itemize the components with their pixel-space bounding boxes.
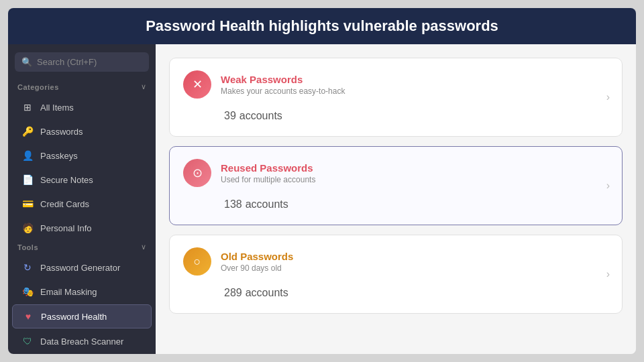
reused-passwords-icon: ⊙ (183, 159, 211, 187)
card-top-reused: ⊙ Reused Passwords Used for multiple acc… (183, 159, 608, 187)
reused-passwords-card[interactable]: ⊙ Reused Passwords Used for multiple acc… (169, 146, 623, 225)
title-text: Password Health highlights vulnerable pa… (146, 17, 498, 34)
reused-passwords-text: Reused Passwords Used for multiple accou… (221, 162, 315, 184)
weak-passwords-icon: ✕ (183, 70, 211, 99)
categories-chevron-icon: ∨ (141, 82, 146, 91)
sidebar-item-personal-info[interactable]: 🧑 Personal Info (12, 217, 152, 239)
tools-section-header: Tools ∨ (8, 240, 156, 255)
old-passwords-title: Old Passwords (221, 251, 293, 262)
title-bar: Password Health highlights vulnerable pa… (8, 8, 636, 44)
sidebar-item-label: All Items (40, 103, 74, 113)
sidebar-item-password-health[interactable]: ♥ Password Health (12, 304, 152, 328)
sidebar-item-secure-notes[interactable]: 📄 Secure Notes (12, 168, 152, 191)
categories-section-header: Categories ∨ (8, 80, 156, 95)
old-passwords-count: 289accounts (183, 280, 608, 301)
card-top-weak: ✕ Weak Passwords Makes your accounts eas… (183, 70, 608, 99)
card-top-old: ○ Old Passwords Over 90 days old (183, 247, 608, 276)
chevron-right-icon: › (606, 268, 610, 280)
outer-wrapper: Password Health highlights vulnerable pa… (0, 0, 644, 362)
person-icon: 🧑 (21, 222, 34, 234)
old-passwords-subtitle: Over 90 days old (221, 263, 293, 273)
tools-label: Tools (17, 243, 38, 251)
weak-passwords-count-label: accounts (239, 110, 282, 121)
fingerprint-icon: 👤 (21, 149, 34, 162)
old-passwords-icon: ○ (183, 247, 211, 276)
sidebar-item-password-generator[interactable]: ↻ Password Generator (12, 256, 152, 279)
card-icon: 💳 (21, 198, 34, 210)
sidebar: 🔍 Categories ∨ ⊞ All Items 🔑 Passwords 👤… (8, 44, 156, 354)
sidebar-item-label: Password Generator (40, 263, 120, 273)
sidebar-item-label: Data Breach Scanner (40, 337, 123, 347)
sidebar-item-passwords[interactable]: 🔑 Passwords (12, 120, 152, 143)
key-icon: 🔑 (21, 125, 34, 137)
sidebar-item-data-breach-scanner[interactable]: 🛡 Data Breach Scanner (12, 330, 152, 353)
sidebar-item-all-items[interactable]: ⊞ All Items (12, 96, 152, 119)
search-bar[interactable]: 🔍 (15, 52, 149, 72)
weak-passwords-card[interactable]: ✕ Weak Passwords Makes your accounts eas… (169, 58, 623, 137)
main-content: ✕ Weak Passwords Makes your accounts eas… (156, 44, 636, 354)
sidebar-item-label: Passkeys (40, 151, 78, 161)
chevron-right-icon: › (606, 180, 610, 192)
sidebar-item-label: Email Masking (40, 287, 97, 297)
weak-passwords-text: Weak Passwords Makes your accounts easy-… (221, 74, 345, 96)
app-body: 🔍 Categories ∨ ⊞ All Items 🔑 Passwords 👤… (8, 44, 636, 354)
shield-icon: 🛡 (21, 335, 34, 347)
mask-icon: 🎭 (21, 286, 34, 298)
sidebar-item-label: Secure Notes (40, 175, 93, 185)
reused-passwords-subtitle: Used for multiple accounts (221, 175, 315, 184)
sidebar-item-passkeys[interactable]: 👤 Passkeys (12, 144, 152, 167)
reused-passwords-count-label: accounts (246, 198, 288, 210)
file-icon: 📄 (21, 174, 34, 186)
sidebar-item-label: Credit Cards (40, 199, 89, 209)
tools-chevron-icon: ∨ (141, 243, 146, 251)
reused-passwords-count: 138accounts (183, 191, 608, 213)
sidebar-item-label: Passwords (40, 127, 83, 137)
sidebar-item-email-masking[interactable]: 🎭 Email Masking (12, 280, 152, 303)
sidebar-item-credit-cards[interactable]: 💳 Credit Cards (12, 192, 152, 215)
old-passwords-card[interactable]: ○ Old Passwords Over 90 days old 289acco… (169, 235, 623, 314)
weak-passwords-count: 39accounts (183, 103, 608, 124)
sidebar-item-label: Password Health (41, 312, 107, 322)
old-passwords-text: Old Passwords Over 90 days old (221, 251, 293, 273)
chevron-right-icon: › (606, 91, 610, 103)
heart-icon: ♥ (22, 310, 34, 322)
weak-passwords-subtitle: Makes your accounts easy-to-hack (221, 86, 345, 96)
old-passwords-count-label: accounts (246, 287, 288, 298)
sidebar-item-label: Personal Info (40, 223, 92, 233)
categories-label: Categories (17, 83, 59, 91)
cycle-icon: ↻ (21, 261, 34, 274)
search-input[interactable] (37, 57, 142, 67)
search-icon: 🔍 (21, 57, 32, 67)
grid-icon: ⊞ (21, 101, 34, 113)
reused-passwords-title: Reused Passwords (221, 162, 315, 174)
weak-passwords-title: Weak Passwords (221, 74, 345, 85)
